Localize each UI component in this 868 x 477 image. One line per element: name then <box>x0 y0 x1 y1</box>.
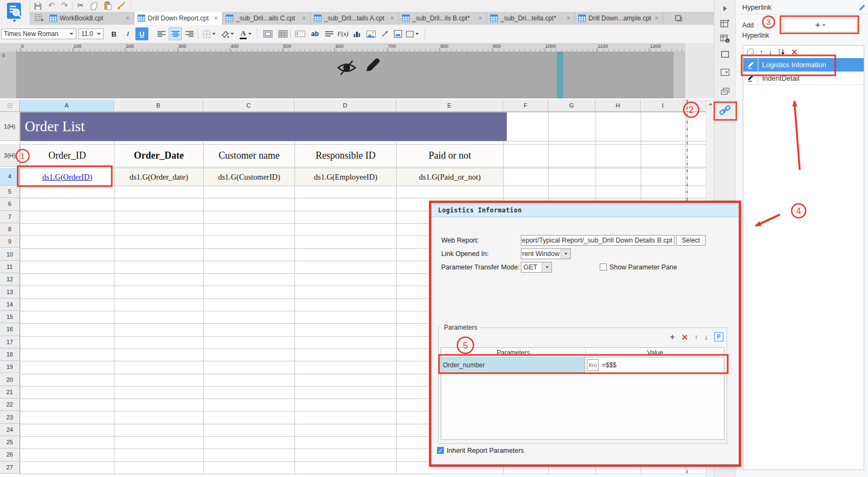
app-logo[interactable] <box>3 2 27 26</box>
report-title-banner[interactable]: Order List <box>20 112 507 141</box>
pane-divider-marker[interactable] <box>557 52 563 98</box>
copy-icon[interactable] <box>89 1 99 11</box>
grid-corner-cell[interactable] <box>0 99 20 112</box>
dialog-titlebar[interactable]: Logistics Information <box>432 203 738 217</box>
parameter-down-icon[interactable]: ↓ <box>704 333 708 341</box>
link-opened-in-select[interactable]: Current Window <box>521 248 571 259</box>
row-header-17[interactable]: 17 <box>0 336 20 348</box>
parameter-name-cell[interactable]: Order_number <box>441 358 585 373</box>
unmerge-cells-icon[interactable] <box>276 27 289 40</box>
save-icon[interactable] <box>32 1 43 11</box>
row-header-23[interactable]: 23 <box>0 411 20 423</box>
row-header-1H[interactable]: 1(H) <box>0 112 20 141</box>
shape-rect-button[interactable] <box>404 27 420 40</box>
font-size-select[interactable]: 11.0 <box>78 29 104 39</box>
parameter-row[interactable]: Order_number F(x) =$$$ <box>441 358 724 373</box>
report-info-icon[interactable] <box>719 33 731 44</box>
column-header-B[interactable]: B <box>114 99 203 112</box>
format-painter-icon[interactable] <box>116 1 127 10</box>
row-header-10[interactable]: 10 <box>0 248 20 261</box>
move-up-icon[interactable]: ↑ <box>759 48 763 56</box>
row-header-14[interactable]: 14 <box>0 298 20 311</box>
widget-dropdown-icon[interactable] <box>719 67 731 77</box>
align-right-button[interactable] <box>183 27 196 40</box>
tab--sub-dril-tails-a-cpt[interactable]: _sub_Dril...tails A.cpt× <box>311 12 399 25</box>
close-tab-icon[interactable]: × <box>389 15 395 22</box>
font-family-select[interactable]: Times New Roman <box>1 29 76 39</box>
table-header-cell[interactable]: Order_ID <box>20 145 114 167</box>
row-header-18[interactable]: 18 <box>0 348 20 361</box>
web-report-input[interactable]: demo/Report/Typical Report/_sub_Drill Do… <box>521 235 675 246</box>
sort-move-bottom-icon[interactable] <box>778 48 786 56</box>
edit-pencil-icon[interactable] <box>365 57 381 76</box>
column-header-I[interactable]: I <box>641 99 685 112</box>
align-left-button[interactable] <box>155 27 168 40</box>
hyperlink-item-logistics-information[interactable]: Logistics Information <box>743 58 864 72</box>
column-header-D[interactable]: D <box>295 99 396 112</box>
column-header-E[interactable]: E <box>396 99 503 112</box>
row-header-13[interactable]: 13 <box>0 286 20 298</box>
data-cell[interactable]: ds1.G(CustomerID) <box>204 168 295 186</box>
close-tab-icon[interactable]: × <box>213 15 219 22</box>
tab-drill-down-report-cpt[interactable]: Drill Down Report.cpt× <box>134 12 223 25</box>
parameter-value-cell[interactable]: =$$$ <box>599 358 724 373</box>
undo-icon[interactable]: ↶ <box>46 1 57 10</box>
row-header-24[interactable]: 24 <box>0 424 20 436</box>
row-header-16[interactable]: 16 <box>0 323 20 336</box>
underline-button[interactable]: U <box>135 27 148 40</box>
formula-icon[interactable]: F(x) <box>336 27 349 40</box>
data-cell[interactable]: ds1.G(EmployeeID) <box>295 168 396 186</box>
move-down-icon[interactable]: ↓ <box>769 48 772 56</box>
close-tab-icon[interactable]: × <box>477 15 483 22</box>
row-header-7[interactable]: 7 <box>0 211 20 223</box>
align-center-button[interactable] <box>169 27 182 40</box>
tab-drill-down-ample-cpt[interactable]: Drill Down...ample.cpt× <box>575 12 663 25</box>
close-tab-icon[interactable]: × <box>654 15 659 22</box>
delete-item-icon[interactable] <box>791 49 798 55</box>
italic-button[interactable]: I <box>121 27 134 40</box>
show-parameter-pane-checkbox[interactable] <box>600 264 607 270</box>
borders-button[interactable] <box>201 27 217 40</box>
column-header-C[interactable]: C <box>203 99 295 112</box>
rich-text-icon[interactable] <box>322 27 335 40</box>
row-header-8[interactable]: 8 <box>0 223 20 236</box>
text-field-icon[interactable] <box>293 27 306 40</box>
data-cell-hyperlink[interactable]: ds1.G(OrderID) <box>20 168 114 186</box>
row-header-6[interactable]: 6 <box>0 198 20 210</box>
report-canvas-collapsed-pane[interactable] <box>16 52 673 98</box>
row-header-21[interactable]: 21 <box>0 386 20 398</box>
table-header-cell[interactable]: Order_Date <box>114 145 203 167</box>
float-element-icon[interactable] <box>719 86 731 97</box>
chart-icon[interactable] <box>350 27 363 40</box>
row-header-9[interactable]: 9 <box>0 236 20 248</box>
row-header-27[interactable]: 27 <box>0 461 20 474</box>
delete-parameter-icon[interactable] <box>682 334 688 340</box>
table-header-cell[interactable]: Paid or not <box>397 145 503 167</box>
parameter-p-icon[interactable]: P <box>714 332 723 341</box>
hide-preview-eye-off-icon[interactable] <box>336 59 357 76</box>
tab--sub-dril-ails-c-cpt[interactable]: _sub_Dril...ails C.cpt× <box>223 12 311 25</box>
copy-item-icon[interactable] <box>747 48 754 56</box>
add-parameter-icon[interactable]: + <box>670 333 675 341</box>
merge-cells-icon[interactable] <box>261 27 274 40</box>
close-tab-icon[interactable]: × <box>565 15 571 22</box>
column-header-G[interactable]: G <box>548 99 596 112</box>
row-header-20[interactable]: 20 <box>0 374 20 386</box>
parameter-up-icon[interactable]: ↑ <box>694 333 698 341</box>
column-header-F[interactable]: F <box>503 99 548 112</box>
close-tab-icon[interactable]: × <box>125 15 131 22</box>
new-report-tab-icon[interactable] <box>35 15 44 22</box>
edit-pencil-icon[interactable] <box>743 72 758 84</box>
table-header-cell[interactable]: Responsible ID <box>295 145 396 167</box>
cell-element-icon[interactable] <box>719 49 731 60</box>
close-tab-icon[interactable]: × <box>301 15 307 22</box>
row-header-4[interactable]: 4 <box>0 168 20 186</box>
column-header-H[interactable]: H <box>596 99 641 112</box>
row-header-25[interactable]: 25 <box>0 436 20 448</box>
add-hyperlink-button[interactable]: + <box>784 18 857 32</box>
cut-icon[interactable]: ✂ <box>75 1 86 10</box>
row-header-15[interactable]: 15 <box>0 311 20 323</box>
paste-icon[interactable] <box>102 1 113 10</box>
data-cell[interactable]: ds1.G(Paid_or_not) <box>397 168 503 186</box>
row-header-5[interactable]: 5 <box>0 186 20 198</box>
